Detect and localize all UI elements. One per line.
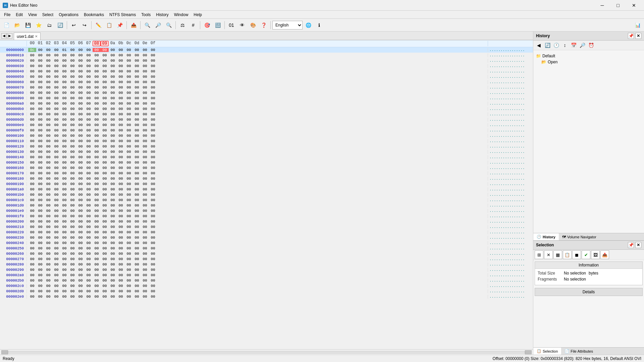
undo-button[interactable]: ↩ [69, 20, 79, 30]
hex-cell[interactable]: 00 [44, 268, 52, 272]
hex-cell[interactable]: 00 [85, 177, 93, 181]
hex-cell[interactable]: 00 [60, 273, 68, 277]
file-tab[interactable]: user1.dat ✕ [14, 33, 41, 40]
hex-cell[interactable]: 00 [149, 279, 157, 283]
hex-cell[interactable]: 00 [28, 59, 36, 63]
hex-cell[interactable]: 00 [133, 236, 141, 240]
menu-item-operations[interactable]: Operations [56, 12, 81, 18]
hex-cell[interactable]: 00 [44, 128, 52, 132]
history-back-button[interactable]: ◀ [535, 41, 543, 49]
hex-cell[interactable]: 00 [28, 139, 36, 143]
hex-cell[interactable]: 00 [93, 107, 101, 111]
hex-cell[interactable]: 00 [133, 262, 141, 266]
hex-cell[interactable]: 00 [76, 203, 85, 207]
hex-row[interactable]: 000000c000000000000000000000000000000000… [0, 112, 533, 117]
hex-cell[interactable]: 00 [68, 273, 76, 277]
hex-cell[interactable]: 00 [93, 171, 101, 175]
hex-cell[interactable]: 00 [28, 262, 36, 266]
hex-cell[interactable]: 00 [93, 268, 101, 272]
globe-button[interactable]: 🌐 [303, 20, 313, 30]
hex-cell[interactable]: 00 [85, 171, 93, 175]
open-button[interactable]: 📂 [12, 20, 22, 30]
hex-cell[interactable]: 00 [117, 295, 125, 299]
hex-cell[interactable]: 00 [85, 252, 93, 256]
hex-cell[interactable]: 00 [125, 75, 133, 79]
hex-cell[interactable]: 00 [36, 257, 44, 261]
hex-cell[interactable]: 00 [85, 69, 93, 73]
hex-cell[interactable]: 00 [141, 155, 149, 159]
hex-cell[interactable]: 00 [117, 144, 125, 148]
hex-cell[interactable]: 00 [149, 182, 157, 186]
hex-cell[interactable]: 00 [76, 150, 85, 154]
hex-cell[interactable]: 00 [117, 252, 125, 256]
hex-row[interactable]: 0000024000000000000000000000000000000000… [0, 240, 533, 246]
hex-cell[interactable]: 00 [93, 209, 101, 213]
sel-tab-selection[interactable]: 📋 Selection [533, 348, 561, 355]
hex-cell[interactable]: 00 [76, 128, 85, 132]
hex-cell[interactable]: 00 [28, 279, 36, 283]
hex-cell[interactable]: 00 [60, 295, 68, 299]
hex-cell[interactable]: 00 [52, 187, 60, 191]
hex-cell[interactable]: 00 [133, 150, 141, 154]
hex-row[interactable]: 000000f000000000000000000000000000000000… [0, 128, 533, 133]
hex-row[interactable]: 0000010000000000000000000000000000000000… [0, 133, 533, 138]
hex-cell[interactable]: 00 [28, 284, 36, 288]
hex-cell[interactable]: 00 [93, 118, 101, 122]
hex-cell[interactable]: 00 [149, 252, 157, 256]
help-button[interactable]: ❓ [259, 20, 269, 30]
hex-cell[interactable]: 00 [133, 53, 141, 57]
hex-cell[interactable]: 00 [44, 257, 52, 261]
hex-cell[interactable]: 00 [76, 289, 85, 293]
hex-row[interactable]: 0000020000000000000000000000000000000000… [0, 219, 533, 224]
hex-cell[interactable]: 00 [117, 203, 125, 207]
hex-cell[interactable]: 00 [68, 177, 76, 181]
hex-cell[interactable]: 00 [36, 295, 44, 299]
hex-cell[interactable]: 00 [109, 166, 117, 170]
hex-cell[interactable]: 00 [149, 144, 157, 148]
hex-cell[interactable]: 00 [85, 246, 93, 250]
hex-cell[interactable]: 00 [68, 53, 76, 57]
hex-cell[interactable]: 00 [117, 123, 125, 127]
hex-cell[interactable]: 00 [76, 198, 85, 202]
hex-cell[interactable]: 00 [109, 198, 117, 202]
hex-cell[interactable]: 00 [36, 203, 44, 207]
hex-cell[interactable]: 00 [44, 171, 52, 175]
hex-cell[interactable]: 00 [85, 161, 93, 165]
hex-cell[interactable]: 00 [133, 193, 141, 197]
hex-cell[interactable]: 00 [60, 279, 68, 283]
hex-cell[interactable]: 00 [85, 203, 93, 207]
hex-cell[interactable]: 00 [85, 257, 93, 261]
hex-cell[interactable]: 00 [141, 273, 149, 277]
hex-cell[interactable]: 00 [117, 118, 125, 122]
hex-cell[interactable]: 00 [125, 53, 133, 57]
checksums-button[interactable]: # [188, 20, 198, 30]
hex-cell[interactable]: 00 [36, 236, 44, 240]
details-button[interactable]: Details [535, 288, 643, 296]
hex-cell[interactable]: 00 [125, 118, 133, 122]
hex-cell[interactable]: 00 [125, 177, 133, 181]
hex-cell[interactable]: 00 [109, 69, 117, 73]
hex-cell[interactable]: 00 [125, 166, 133, 170]
hex-cell[interactable]: 00 [109, 268, 117, 272]
hex-cell[interactable]: 00 [44, 118, 52, 122]
hex-cell[interactable]: 00 [109, 203, 117, 207]
hex-cell[interactable]: 00 [68, 123, 76, 127]
hex-cell[interactable]: 00 [28, 214, 36, 218]
hex-cell[interactable]: 00 [76, 241, 85, 245]
hex-cell[interactable]: 00 [28, 209, 36, 213]
hex-cell[interactable]: 00 [117, 262, 125, 266]
hex-cell[interactable]: 00 [85, 262, 93, 266]
hex-cell[interactable]: 00 [28, 171, 36, 175]
hex-cell[interactable]: 00 [117, 273, 125, 277]
hex-row[interactable]: 0000008000000000000000000000000000000000… [0, 90, 533, 96]
hex-cell[interactable]: 00 [52, 252, 60, 256]
hex-cell[interactable]: 00 [68, 118, 76, 122]
hex-cell[interactable]: 00 [44, 91, 52, 95]
hex-cell[interactable]: 00 [76, 80, 85, 84]
hex-cell[interactable]: 00 [101, 289, 109, 293]
hex-cell[interactable]: 00 [85, 225, 93, 229]
hex-cell[interactable]: 00 [36, 80, 44, 84]
hex-cell[interactable]: 00 [76, 273, 85, 277]
hex-cell[interactable]: 00 [133, 91, 141, 95]
history-time-button[interactable]: 🕐 [552, 41, 560, 49]
